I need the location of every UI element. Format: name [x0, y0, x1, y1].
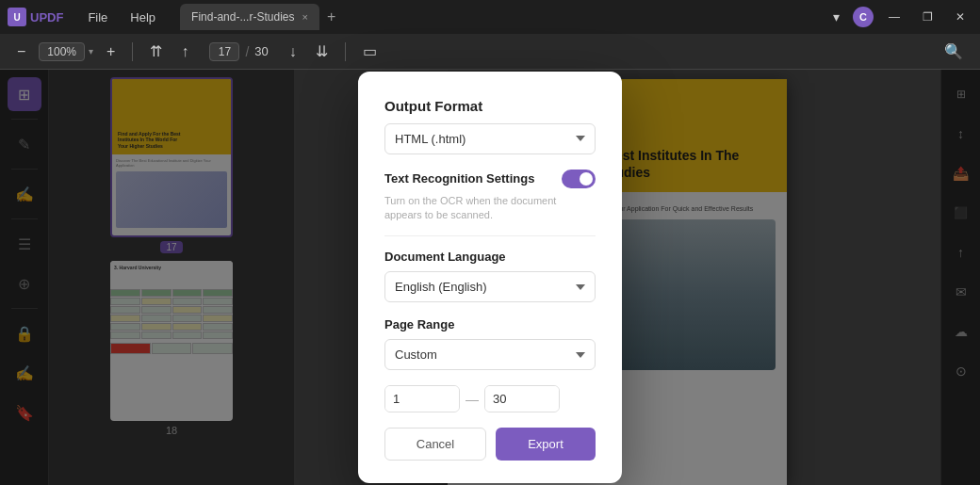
- close-btn[interactable]: ✕: [948, 8, 972, 25]
- page-sep: /: [245, 44, 249, 59]
- tab-list-btn[interactable]: ▾: [827, 8, 845, 26]
- page-range-row: ▲ ▼ — ▲ ▼: [384, 385, 596, 412]
- nav-last-btn[interactable]: ⇊: [310, 39, 334, 64]
- ocr-label: Text Recognition Settings: [384, 171, 534, 186]
- active-tab[interactable]: Find-and-...r-Studies ×: [180, 4, 319, 30]
- title-bar-right: ▾ C — ❐ ✕: [827, 7, 972, 27]
- logo-icon: U: [8, 8, 26, 26]
- minimize-btn[interactable]: —: [881, 8, 907, 25]
- tab-close-btn[interactable]: ×: [302, 11, 307, 23]
- range-from-input[interactable]: ▲ ▼: [384, 385, 460, 412]
- lang-label: Document Language: [384, 250, 596, 264]
- menu-bar: File Help: [78, 7, 165, 28]
- zoom-value[interactable]: 100%: [39, 42, 85, 61]
- ocr-toggle[interactable]: [562, 170, 596, 188]
- range-dash: —: [466, 392, 479, 407]
- tab-area: Find-and-...r-Studies × +: [180, 4, 827, 30]
- zoom-dropdown-btn[interactable]: ▾: [89, 46, 93, 57]
- modal-title: Output Format: [384, 98, 596, 114]
- cancel-button[interactable]: Cancel: [384, 428, 486, 461]
- new-tab-btn[interactable]: +: [327, 8, 335, 25]
- avatar[interactable]: C: [853, 7, 874, 27]
- nav-first-btn[interactable]: ⇈: [144, 39, 168, 64]
- logo-text: UPDF: [30, 10, 63, 24]
- export-button[interactable]: Export: [496, 428, 596, 461]
- maximize-btn[interactable]: ❐: [915, 8, 940, 25]
- main-area: ⊞ ✎ ✍ ☰ ⊕ 🔒 ✍ 🔖 Find and Apply For the B…: [0, 70, 980, 485]
- title-bar: U UPDF File Help Find-and-...r-Studies ×…: [0, 0, 980, 34]
- modal-overlay: Output Format HTML (.html) PDF (.pdf) Wo…: [0, 70, 980, 485]
- modal-buttons: Cancel Export: [384, 428, 596, 461]
- range-select[interactable]: Custom All Pages Current Page: [384, 339, 596, 370]
- range-to-input[interactable]: ▲ ▼: [484, 385, 560, 412]
- zoom-in-btn[interactable]: +: [101, 40, 121, 64]
- present-btn[interactable]: ▭: [357, 39, 383, 64]
- menu-file[interactable]: File: [78, 7, 117, 28]
- format-select[interactable]: HTML (.html) PDF (.pdf) Word (.docx) Exc…: [384, 123, 596, 154]
- ocr-hint: Turn on the OCR when the document appear…: [384, 194, 596, 223]
- zoom-control: 100% ▾: [39, 42, 93, 61]
- current-page-input[interactable]: 17: [209, 42, 239, 61]
- modal-divider: [384, 235, 596, 236]
- zoom-out-btn[interactable]: −: [11, 40, 31, 64]
- menu-help[interactable]: Help: [121, 7, 165, 28]
- range-from-value[interactable]: [385, 386, 460, 412]
- total-pages: 30: [254, 44, 268, 58]
- nav-next-btn[interactable]: ↓: [284, 40, 302, 64]
- export-modal: Output Format HTML (.html) PDF (.pdf) Wo…: [358, 72, 622, 484]
- search-btn[interactable]: 🔍: [939, 39, 969, 64]
- range-to-value[interactable]: [485, 386, 560, 412]
- app-logo: U UPDF: [8, 8, 63, 26]
- tab-label: Find-and-...r-Studies: [191, 10, 294, 24]
- ocr-row: Text Recognition Settings: [384, 170, 596, 188]
- range-label: Page Range: [384, 317, 596, 331]
- lang-select[interactable]: English (English) Chinese (Simplified) F…: [384, 271, 596, 302]
- page-control: 17 / 30: [209, 42, 268, 61]
- toolbar: − 100% ▾ + ⇈ ↑ 17 / 30 ↓ ⇊ ▭ 🔍: [0, 34, 980, 70]
- nav-prev-btn[interactable]: ↑: [175, 40, 194, 64]
